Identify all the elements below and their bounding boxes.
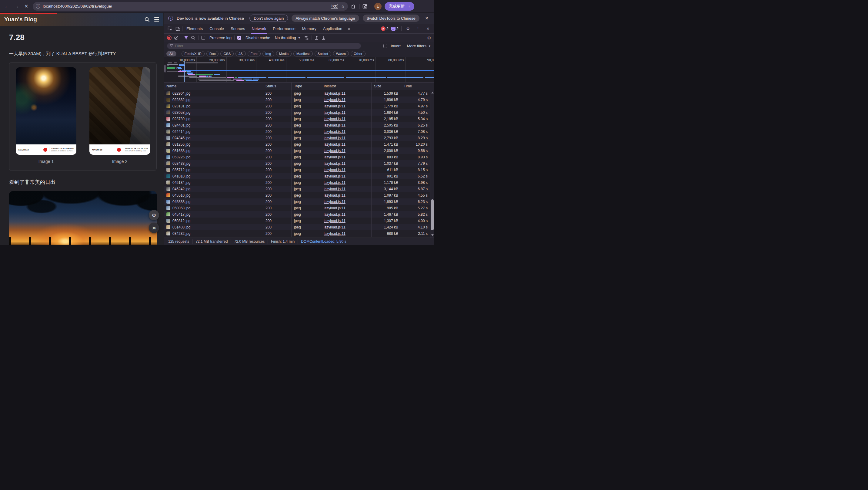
timeline-resize-handle[interactable] <box>164 65 166 73</box>
chip-manifest[interactable]: Manifest <box>293 51 312 56</box>
initiator-link[interactable]: lazyload.js:11 <box>324 117 345 121</box>
import-har-icon[interactable] <box>315 35 319 40</box>
initiator-link[interactable]: lazyload.js:11 <box>324 206 345 210</box>
chip-other[interactable]: Other <box>351 51 366 56</box>
table-row[interactable]: 024414.jpg200jpeglazyload.js:113,036 kB7… <box>164 128 430 135</box>
back-icon[interactable]: ← <box>4 3 10 10</box>
devtools-settings-icon[interactable]: ⚙ <box>404 25 411 32</box>
table-row[interactable]: 031256.jpg200jpeglazyload.js:111,471 kB1… <box>164 141 430 147</box>
export-har-icon[interactable] <box>321 35 326 40</box>
table-row[interactable]: 050058.jpg200jpeglazyload.js:11985 kB5.2… <box>164 205 430 211</box>
table-row[interactable]: 051408.jpg200jpeglazyload.js:111,424 kB4… <box>164 224 430 230</box>
table-row[interactable]: 045242.jpg200jpeglazyload.js:113,144 kB6… <box>164 186 430 192</box>
photo-1[interactable]: XIAOMI 15 25mm f/1.79 1/12 ISO505 2025.0… <box>16 67 76 155</box>
translate-icon[interactable]: G文 <box>331 4 338 9</box>
chip-wasm[interactable]: Wasm <box>333 51 349 56</box>
error-badge[interactable]: ✕2 <box>381 26 389 31</box>
initiator-link[interactable]: lazyload.js:11 <box>324 142 345 147</box>
initiator-link[interactable]: lazyload.js:11 <box>324 123 345 127</box>
column-header-status[interactable]: Status <box>263 83 291 90</box>
table-row[interactable]: 031633.jpg200jpeglazyload.js:112,008 kB9… <box>164 147 430 154</box>
chip-socket[interactable]: Socket <box>315 51 331 56</box>
table-row[interactable]: 024401.jpg200jpeglazyload.js:112,505 kB6… <box>164 122 430 128</box>
filter-icon[interactable] <box>184 36 188 40</box>
photo-2[interactable]: XIAOMI 15 25mm f/1.79 1/14 ISO830 2025.0… <box>89 67 150 155</box>
table-row[interactable]: 023058.jpg200jpeglazyload.js:111,684 kB4… <box>164 109 430 116</box>
chip-all[interactable]: All <box>166 51 176 56</box>
chrome-menu-icon[interactable]: ⋮ <box>407 4 411 8</box>
initiator-link[interactable]: lazyload.js:11 <box>324 91 345 95</box>
table-row[interactable]: 023131.jpg200jpeglazyload.js:111,779 kB4… <box>164 103 430 109</box>
site-info-icon[interactable]: i <box>36 4 40 8</box>
issues-badge[interactable]: 2 <box>391 27 399 31</box>
switch-chinese-button[interactable]: Switch DevTools to Chinese <box>363 15 420 22</box>
scroll-up-icon[interactable] <box>431 92 434 93</box>
column-header-name[interactable]: Name <box>164 83 263 90</box>
column-header-time[interactable]: Time <box>401 83 430 90</box>
table-row[interactable]: 034232.jpg200jpeglazyload.js:11688 kB2.1… <box>164 230 430 237</box>
initiator-link[interactable]: lazyload.js:11 <box>324 168 345 172</box>
blog-settings-button[interactable]: ⚙ <box>149 210 159 220</box>
initiator-link[interactable]: lazyload.js:11 <box>324 200 345 204</box>
bookmark-star-icon[interactable]: ☆ <box>341 4 345 9</box>
initiator-link[interactable]: lazyload.js:11 <box>324 98 345 102</box>
initiator-link[interactable]: lazyload.js:11 <box>324 180 345 185</box>
tab-console[interactable]: Console <box>206 24 227 34</box>
forward-icon[interactable]: → <box>13 3 20 10</box>
table-row[interactable]: 023739.jpg200jpeglazyload.js:112,185 kB5… <box>164 116 430 122</box>
tab-elements[interactable]: Elements <box>183 24 206 34</box>
tab-memory[interactable]: Memory <box>299 24 320 34</box>
tab-network[interactable]: Network <box>249 24 270 34</box>
inspect-element-icon[interactable] <box>166 25 174 32</box>
chip-fetchxhr[interactable]: Fetch/XHR <box>182 51 205 56</box>
table-row[interactable]: 035712.jpg200jpeglazyload.js:11611 kB8.1… <box>164 167 430 173</box>
preserve-log-checkbox[interactable] <box>201 36 205 40</box>
throttling-dropdown[interactable]: No throttling ▼ <box>275 35 301 40</box>
column-header-size[interactable]: Size <box>372 83 401 90</box>
initiator-link[interactable]: lazyload.js:11 <box>324 231 345 236</box>
chip-font[interactable]: Font <box>248 51 261 56</box>
tab-performance[interactable]: Performance <box>270 24 299 34</box>
extensions-icon[interactable] <box>351 4 356 9</box>
chip-media[interactable]: Media <box>276 51 291 56</box>
table-row[interactable]: 050312.jpg200jpeglazyload.js:111,307 kB4… <box>164 218 430 224</box>
column-header-initiator[interactable]: Initiator <box>321 83 372 90</box>
initiator-link[interactable]: lazyload.js:11 <box>324 225 345 229</box>
initiator-link[interactable]: lazyload.js:11 <box>324 136 345 140</box>
more-tabs-icon[interactable]: » <box>346 26 352 31</box>
table-row[interactable]: 022832.jpg200jpeglazyload.js:111,906 kB4… <box>164 96 430 103</box>
dont-show-again-button[interactable]: Don't show again <box>249 15 288 22</box>
blog-menu-icon[interactable] <box>154 17 159 22</box>
chip-doc[interactable]: Doc <box>207 51 218 56</box>
tab-sources[interactable]: Sources <box>227 24 249 34</box>
address-bar[interactable]: i localhost:4000/2025/08/02/travelogue/ … <box>33 2 348 10</box>
record-network-log-icon[interactable] <box>167 35 172 40</box>
table-row[interactable]: 045510.jpg200jpeglazyload.js:111,097 kB4… <box>164 192 430 198</box>
network-overview-timeline[interactable]: 10,000 ms20,000 ms30,000 ms40,000 ms50,0… <box>164 57 434 83</box>
initiator-link[interactable]: lazyload.js:11 <box>324 187 345 191</box>
device-toolbar-icon[interactable] <box>174 25 182 32</box>
scroll-down-icon[interactable] <box>431 234 434 236</box>
chip-css[interactable]: CSS <box>220 51 234 56</box>
initiator-link[interactable]: lazyload.js:11 <box>324 162 345 166</box>
initiator-link[interactable]: lazyload.js:11 <box>324 212 345 217</box>
blog-search-icon[interactable] <box>144 17 150 23</box>
table-row[interactable]: 024345.jpg200jpeglazyload.js:112,793 kB8… <box>164 135 430 141</box>
table-row[interactable]: 041010.jpg200jpeglazyload.js:11901 kB6.5… <box>164 173 430 179</box>
scrollbar-thumb[interactable] <box>431 199 434 230</box>
table-row[interactable]: 045333.jpg200jpeglazyload.js:111,893 kB6… <box>164 198 430 205</box>
notification-close-icon[interactable]: ✕ <box>424 16 430 21</box>
network-conditions-icon[interactable] <box>303 35 309 40</box>
initiator-link[interactable]: lazyload.js:11 <box>324 104 345 108</box>
sunset-photo[interactable] <box>9 191 157 245</box>
initiator-link[interactable]: lazyload.js:11 <box>324 110 345 115</box>
initiator-link[interactable]: lazyload.js:11 <box>324 174 345 178</box>
filter-input[interactable] <box>167 43 361 49</box>
blog-visit-counter[interactable]: 36 <box>149 223 159 233</box>
search-network-icon[interactable] <box>191 35 195 40</box>
table-row[interactable]: 053433.jpg200jpeglazyload.js:111,037 kB7… <box>164 160 430 167</box>
side-panel-search-icon[interactable] <box>363 4 368 9</box>
chrome-update-button[interactable]: 完成更新 ⋮ <box>384 2 414 10</box>
initiator-link[interactable]: lazyload.js:11 <box>324 149 345 153</box>
match-language-button[interactable]: Always match Chrome's language <box>291 15 359 22</box>
